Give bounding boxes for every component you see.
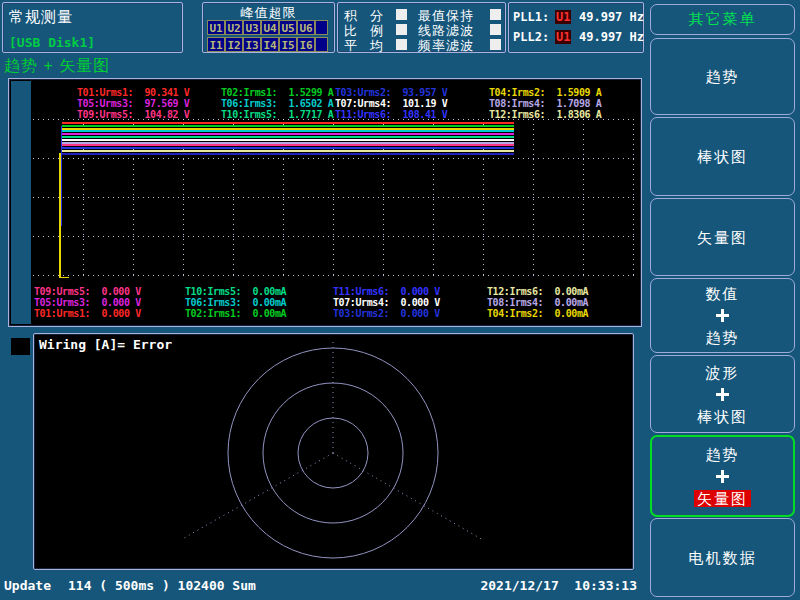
pll-source: U1: [555, 10, 571, 24]
peak-cell-i: I2: [225, 37, 243, 52]
grid-line-h: [33, 236, 637, 237]
trend-left-gutter: [11, 81, 31, 324]
trend-value: T11:Urms6: 108.41 V: [335, 109, 447, 120]
sidebar-menu-title: 其它菜单: [650, 4, 795, 35]
status-datetime: 2021/12/17 10:33:13: [480, 578, 637, 593]
trend-value: T04:Irms2: 0.00mA: [487, 308, 588, 319]
sidebar-item-label: 波形: [706, 364, 740, 381]
vector-marker-square: [11, 338, 30, 355]
pll-label: PLL2:: [513, 30, 549, 44]
peak-cell-i: I5: [279, 37, 297, 52]
integration-row: 比例线路滤波: [338, 22, 507, 37]
trend-line: [62, 133, 514, 135]
peak-u-cells: U1U2U3U4U5U6: [207, 20, 328, 35]
trend-line: [62, 130, 514, 132]
trend-value: T02:Irms1: 1.5299 A: [221, 87, 333, 98]
peak-cell-u: U5: [279, 20, 297, 35]
trend-line: [62, 147, 514, 149]
sidebar-item-trend-vector[interactable]: 趋势矢量图: [650, 435, 795, 517]
pll-row: PLL2:U149.997 Hz: [513, 30, 645, 48]
status-update-info: 114 ( 500ms ) 102400 Sum: [68, 578, 256, 593]
sidebar-item-label: 矢量图: [694, 490, 751, 507]
trend-value: T03:Urms2: 93.957 V: [335, 87, 447, 98]
peak-cell-u: U4: [261, 20, 279, 35]
grid-line-h: [33, 158, 637, 159]
sidebar-item-vector-chart[interactable]: 矢量图: [650, 198, 795, 276]
trend-line: [62, 150, 514, 152]
sidebar-item-bar-chart[interactable]: 棒状图: [650, 117, 795, 196]
trend-value: T07:Urms4: 101.19 V: [335, 98, 447, 109]
trend-value: T09:Urms5: 104.82 V: [77, 109, 189, 120]
peak-i-cells: I1I2I3I4I5I6: [207, 37, 328, 52]
trend-value: T08:Irms4: 1.7098 A: [489, 98, 601, 109]
trend-line: [62, 144, 514, 146]
trend-panel: T01:Urms1: 90.341 VT02:Irms1: 1.5299 AT0…: [8, 78, 642, 327]
peak-cell-u: U3: [243, 20, 261, 35]
trend-line: [62, 153, 514, 155]
status-update-label: Update: [4, 578, 51, 593]
grid-line-h: [33, 275, 637, 276]
trend-value: T01:Urms1: 0.000 V: [34, 308, 141, 319]
trend-value: T08:Irms4: 0.00mA: [487, 297, 588, 308]
peak-cell-u: U6: [297, 20, 315, 35]
plus-icon: [716, 470, 729, 483]
peak-cell-u-empty: [315, 20, 328, 35]
filter-label: 频率滤波: [418, 37, 474, 55]
sidebar-item-motor-data[interactable]: 电机数据: [650, 518, 795, 597]
pll-label: PLL1:: [513, 10, 549, 24]
trend-line: [62, 125, 514, 127]
grid-line-h: [33, 197, 637, 198]
trend-value: T04:Irms2: 1.5909 A: [489, 87, 601, 98]
sidebar-menu-title-label: 其它菜单: [689, 10, 757, 29]
trend-line: [62, 122, 514, 124]
vector-diagram: [34, 334, 635, 571]
integration-char2: 均: [370, 37, 383, 55]
trend-value: T12:Irms6: 0.00mA: [487, 286, 588, 297]
page-title: 趋势 + 矢量图: [4, 56, 110, 77]
trend-value: T06:Irms3: 1.6502 A: [221, 98, 333, 109]
grid-line-v: [583, 119, 584, 278]
peak-cell-i: I4: [261, 37, 279, 52]
integration-filter-panel: 积分最值保持比例线路滤波平均频率滤波: [337, 2, 506, 53]
plus-icon: [716, 309, 729, 322]
vector-axis-left: [184, 453, 333, 538]
integration-checkbox: [396, 39, 407, 50]
trend-value: T01:Urms1: 90.341 V: [77, 87, 189, 98]
integration-checkbox: [396, 9, 407, 20]
sidebar-item-trend[interactable]: 趋势: [650, 38, 795, 115]
filter-checkbox: [490, 39, 501, 50]
sidebar-item-numeric-trend[interactable]: 数值趋势: [650, 278, 795, 353]
peak-over-limit-panel: 峰值超限 U1U2U3U4U5U6 I1I2I3I4I5I6: [202, 2, 335, 53]
sidebar-item-label: 趋势: [706, 68, 740, 85]
integration-char1: 平: [344, 37, 357, 55]
peak-cell-i: I1: [207, 37, 225, 52]
pll-frequency: 49.997 Hz: [579, 30, 644, 44]
trend-value: T03:Urms2: 0.000 V: [333, 308, 440, 319]
sidebar-item-waveform-bar[interactable]: 波形棒状图: [650, 355, 795, 433]
trend-value: T07:Urms4: 0.000 V: [333, 297, 440, 308]
trend-value: T10:Irms5: 0.00mA: [185, 286, 286, 297]
sidebar-item-label: 矢量图: [697, 229, 748, 246]
peak-cell-u: U1: [207, 20, 225, 35]
peak-cell-i: I3: [243, 37, 261, 52]
trend-value: T09:Urms5: 0.000 V: [34, 286, 141, 297]
peak-cell-i-empty: [315, 37, 328, 52]
pll-panel: PLL1:U149.997 HzPLL2:U149.997 Hz: [508, 2, 644, 53]
vector-panel: Wiring [A]= Error: [33, 333, 634, 570]
mode-panel: 常规测量 [USB Disk1]: [2, 2, 183, 53]
integration-row: 平均频率滤波: [338, 37, 507, 52]
trend-value: T12:Irms6: 1.8306 A: [489, 109, 601, 120]
trend-line: [62, 139, 514, 141]
trend-rise-foot: [59, 277, 69, 278]
sidebar-item-label: 棒状图: [697, 148, 748, 165]
sidebar-item-label: 趋势: [706, 329, 740, 346]
integration-checkbox: [396, 24, 407, 35]
trend-line: [62, 136, 514, 138]
pll-frequency: 49.997 Hz: [579, 10, 644, 24]
trend-value: T02:Irms1: 0.00mA: [185, 308, 286, 319]
trend-value: T10:Irms5: 1.7717 A: [221, 109, 333, 120]
grid-line-v: [633, 119, 634, 278]
sidebar-item-label: 数值: [706, 285, 740, 302]
plus-icon: [716, 388, 729, 401]
trend-value: T06:Irms3: 0.00mA: [185, 297, 286, 308]
